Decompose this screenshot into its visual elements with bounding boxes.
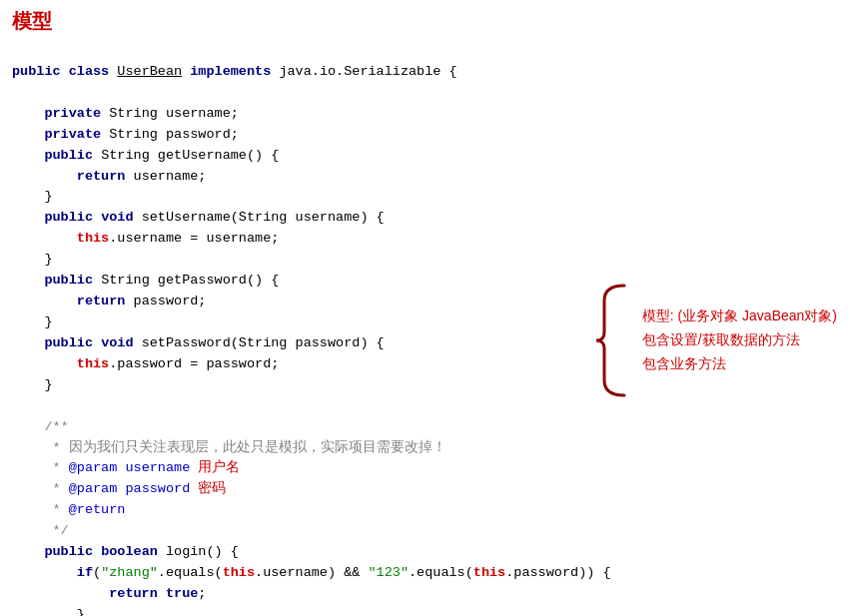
- code-area: public class UserBean implements java.io…: [12, 41, 847, 616]
- brace-icon: [594, 281, 634, 400]
- annotation-text: 模型: (业务对象 JavaBean对象) 包含设置/获取数据的方法 包含业务方…: [642, 305, 837, 375]
- annotation-line2: 包含设置/获取数据的方法: [642, 331, 800, 347]
- page-title: 模型: [12, 8, 847, 35]
- annotation-line3: 包含业务方法: [642, 355, 726, 371]
- annotation-line1: 模型: (业务对象 JavaBean对象): [642, 308, 837, 323]
- annotation-container: 模型: (业务对象 JavaBean对象) 包含设置/获取数据的方法 包含业务方…: [594, 281, 837, 400]
